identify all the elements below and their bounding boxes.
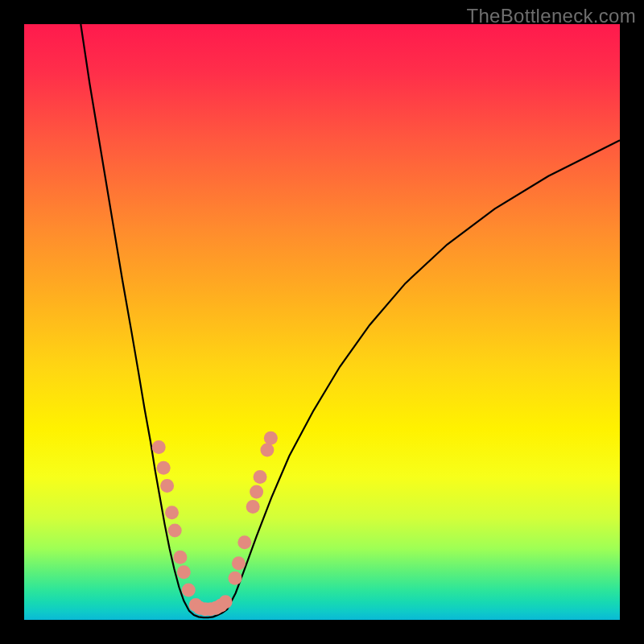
data-marker xyxy=(237,535,251,549)
curve-layer xyxy=(24,24,620,620)
data-marker xyxy=(173,551,187,564)
data-marker xyxy=(182,584,196,597)
data-marker xyxy=(160,479,174,493)
data-marker xyxy=(165,506,179,519)
bottleneck-curve xyxy=(80,24,620,617)
data-marker xyxy=(246,500,260,514)
data-marker xyxy=(250,485,263,498)
data-marker xyxy=(232,556,246,570)
chart-frame: TheBottleneck.com xyxy=(0,0,644,644)
watermark-text: TheBottleneck.com xyxy=(466,5,636,27)
data-marker xyxy=(152,440,166,454)
data-marker xyxy=(157,461,171,475)
data-marker xyxy=(254,470,267,484)
data-marker xyxy=(264,431,278,445)
data-marker xyxy=(177,565,191,579)
marker-group xyxy=(152,431,278,616)
data-marker xyxy=(168,524,182,538)
data-marker xyxy=(228,572,242,585)
plot-area xyxy=(24,24,620,620)
data-marker xyxy=(260,444,274,457)
data-marker xyxy=(219,595,233,609)
